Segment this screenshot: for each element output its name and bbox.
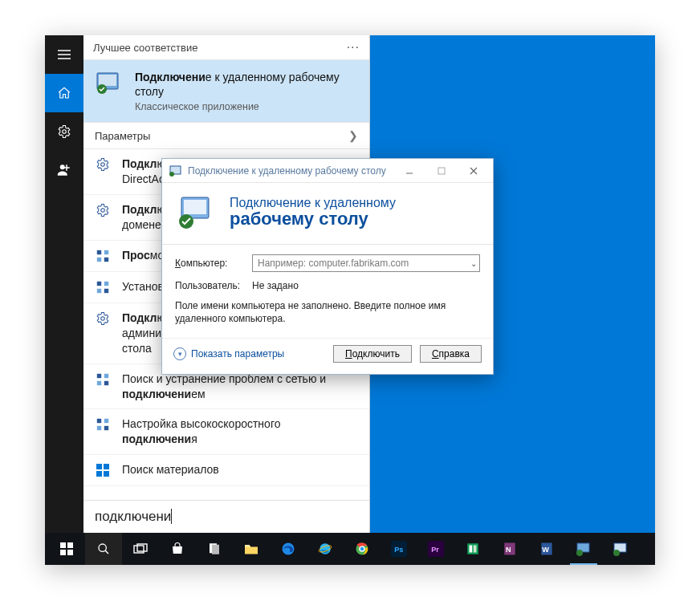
svg-rect-32 [438, 168, 445, 174]
svg-rect-24 [97, 426, 101, 430]
taskview-button[interactable] [122, 533, 159, 565]
svg-rect-20 [97, 380, 101, 384]
word-icon[interactable]: W [528, 533, 565, 565]
store-icon[interactable] [159, 533, 196, 565]
rail-account[interactable] [45, 151, 83, 189]
connect-button[interactable]: Подключить [333, 345, 412, 363]
ie-icon[interactable] [307, 533, 344, 565]
photoshop-icon[interactable]: Ps [381, 533, 417, 565]
computer-input[interactable] [252, 254, 480, 272]
svg-rect-34 [184, 200, 206, 214]
svg-rect-9 [97, 250, 101, 254]
rdp-banner-icon [177, 194, 215, 231]
best-match-result[interactable]: Подключение к удаленному рабочему столу … [83, 60, 369, 123]
svg-rect-22 [97, 419, 101, 423]
svg-rect-28 [96, 471, 102, 477]
rdp-note: Поле имени компьютера не заполнено. Введ… [175, 299, 480, 325]
rail-home[interactable] [45, 74, 83, 112]
settings-item-label: Поиск и устранение проблем с сетью и под… [122, 372, 358, 402]
user-value: Не задано [252, 280, 299, 291]
rdp-titlebar[interactable]: Подключение к удаленному рабочему столу [162, 159, 493, 183]
settings-item-icon [95, 248, 111, 264]
rdp-dialog: Подключение к удаленному рабочему столу … [161, 158, 494, 375]
params-section-header[interactable]: Параметры ❯ [83, 123, 369, 149]
show-params-toggle[interactable]: ▾ Показать параметры [173, 347, 284, 360]
help-button[interactable]: Справка [420, 345, 482, 363]
svg-rect-23 [104, 419, 108, 423]
svg-rect-36 [60, 542, 66, 548]
svg-point-7 [101, 163, 105, 167]
svg-point-0 [63, 130, 67, 134]
svg-rect-25 [104, 426, 108, 430]
premiere-icon[interactable]: Pr [417, 533, 454, 565]
onenote-icon[interactable]: N [491, 533, 528, 565]
rdp-app-icon [95, 70, 124, 99]
rdp-title-text: Подключение к удаленному рабочему столу [188, 165, 386, 177]
materials-label: Поиск материалов [122, 462, 219, 477]
svg-rect-57 [474, 546, 477, 553]
minimize-button[interactable] [393, 159, 425, 183]
svg-rect-16 [104, 289, 108, 293]
close-button[interactable] [458, 159, 490, 183]
best-match-title: Подключение к удаленному рабочему столу [135, 70, 358, 99]
computer-label: Компьютер: [175, 258, 241, 269]
svg-point-50 [360, 547, 364, 551]
more-icon[interactable]: ··· [347, 40, 360, 55]
maximize-button[interactable] [425, 159, 458, 183]
svg-rect-39 [67, 550, 73, 555]
rdp-title-icon [169, 164, 183, 177]
rail-settings[interactable] [45, 112, 83, 151]
windows-logo-icon [95, 462, 111, 478]
svg-rect-38 [60, 550, 66, 555]
settings-item-icon [95, 279, 111, 295]
svg-rect-55 [467, 543, 478, 554]
rdp-banner-line2: рабочему столу [230, 209, 396, 229]
svg-rect-3 [63, 167, 70, 169]
svg-text:W: W [542, 546, 549, 554]
best-match-label: Лучшее соответствие [93, 42, 197, 54]
svg-point-63 [576, 550, 583, 556]
svg-rect-56 [470, 546, 473, 553]
svg-rect-19 [104, 373, 108, 377]
svg-rect-27 [104, 464, 109, 469]
svg-rect-12 [104, 258, 108, 262]
svg-point-17 [101, 317, 105, 321]
svg-text:Ps: Ps [394, 546, 403, 554]
search-input[interactable]: подключени [83, 500, 369, 533]
settings-item-icon [95, 202, 111, 218]
start-button[interactable] [48, 533, 85, 565]
user-label: Пользователь: [175, 280, 241, 291]
settings-item[interactable]: Настройка высокоскоростного подключения [83, 409, 369, 455]
rdp-banner: Подключение к удаленному рабочему столу [162, 183, 493, 245]
svg-rect-5 [99, 75, 116, 86]
taskbar-search[interactable] [85, 533, 122, 565]
svg-rect-13 [97, 282, 101, 286]
edge-icon[interactable] [270, 533, 307, 565]
svg-text:N: N [506, 546, 511, 554]
best-match-header: Лучшее соответствие ··· [83, 35, 369, 60]
materials-item[interactable]: Поиск материалов [83, 455, 369, 486]
svg-rect-10 [104, 250, 108, 254]
svg-rect-37 [67, 542, 73, 548]
chevron-right-icon: ❯ [348, 129, 358, 142]
settings-item-icon [95, 416, 111, 432]
svg-point-40 [99, 544, 106, 551]
rdp-taskbar-active[interactable] [565, 533, 602, 565]
svg-rect-29 [104, 471, 109, 477]
best-match-subtitle: Классическое приложение [135, 101, 358, 112]
svg-rect-26 [96, 464, 102, 469]
app-icon[interactable] [454, 533, 491, 565]
svg-rect-11 [97, 258, 101, 262]
svg-rect-21 [104, 380, 108, 384]
settings-item-icon [95, 156, 111, 173]
rdp-taskbar-icon[interactable] [602, 533, 639, 565]
start-rail [45, 35, 83, 533]
settings-item-icon [95, 372, 111, 388]
explorer-icon[interactable] [233, 533, 270, 565]
svg-point-65 [613, 550, 620, 556]
svg-point-8 [101, 209, 105, 213]
hamburger-icon[interactable] [45, 35, 83, 74]
files-icon[interactable] [196, 533, 233, 565]
svg-rect-14 [104, 282, 108, 286]
chrome-icon[interactable] [344, 533, 381, 565]
